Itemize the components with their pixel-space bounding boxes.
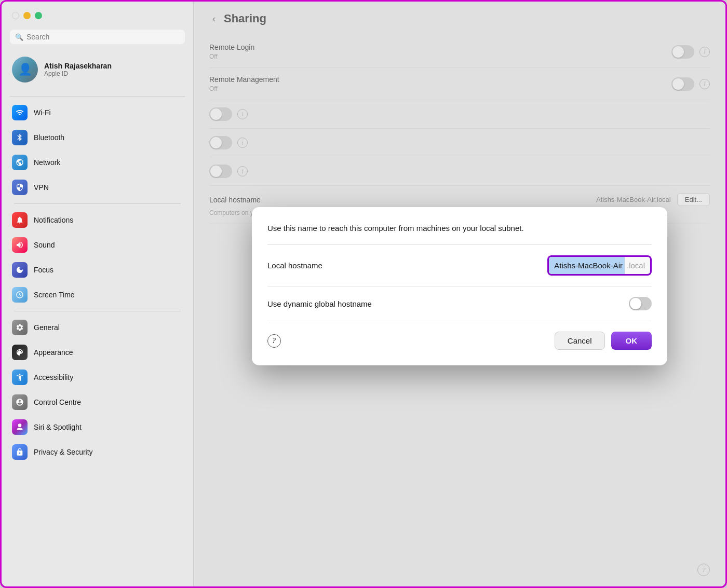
- sidebar-item-notifications[interactable]: Notifications: [6, 208, 189, 232]
- sidebar-item-label-screentime: Screen Time: [34, 291, 75, 299]
- user-info: Atish Rajasekharan Apple ID: [44, 62, 112, 77]
- minimize-button[interactable]: [23, 12, 31, 19]
- sidebar-divider-2: [14, 203, 181, 204]
- dialog-buttons: Cancel OK: [555, 332, 652, 350]
- sidebar-item-focus[interactable]: Focus: [6, 258, 189, 282]
- screentime-icon: [12, 287, 28, 303]
- sidebar-divider-3: [14, 311, 181, 311]
- sidebar-item-vpn[interactable]: VPN: [6, 175, 189, 199]
- sidebar: 🔍 👤 Atish Rajasekharan Apple ID Wi-FiBlu…: [2, 2, 194, 586]
- siri-icon: [12, 419, 28, 435]
- wifi-icon: [12, 105, 28, 120]
- sidebar-list: Wi-FiBluetoothNetworkVPNNotificationsSou…: [2, 101, 193, 586]
- sidebar-item-label-network: Network: [34, 158, 60, 167]
- sidebar-item-label-focus: Focus: [34, 266, 53, 274]
- help-circle-button[interactable]: ?: [267, 334, 281, 347]
- sidebar-item-general[interactable]: General: [6, 316, 189, 339]
- sidebar-item-label-notifications: Notifications: [34, 216, 73, 224]
- sidebar-item-bluetooth[interactable]: Bluetooth: [6, 126, 189, 149]
- divider: [10, 96, 185, 97]
- network-icon: [12, 155, 28, 170]
- close-button[interactable]: [12, 12, 19, 19]
- main-window: 🔍 👤 Atish Rajasekharan Apple ID Wi-FiBlu…: [2, 2, 725, 586]
- dialog-hostname-label: Local hostname: [267, 261, 322, 270]
- sidebar-item-screentime[interactable]: Screen Time: [6, 283, 189, 307]
- dialog-footer: ? Cancel OK: [267, 321, 652, 350]
- search-input[interactable]: [26, 33, 180, 41]
- search-icon: 🔍: [15, 33, 23, 41]
- sidebar-item-controlcentre[interactable]: Control Centre: [6, 390, 189, 414]
- sidebar-item-label-bluetooth: Bluetooth: [34, 133, 64, 142]
- hostname-suffix: .local: [625, 257, 650, 274]
- dialog: Use this name to reach this computer fro…: [252, 207, 667, 365]
- user-name: Atish Rajasekharan: [44, 62, 112, 70]
- sidebar-item-label-wifi: Wi-Fi: [34, 108, 51, 117]
- general-icon: [12, 320, 28, 335]
- sidebar-item-accessibility[interactable]: Accessibility: [6, 365, 189, 389]
- hostname-input-wrapper[interactable]: Atishs-MacBook-Air.local: [547, 255, 652, 276]
- dialog-dynamic-row: Use dynamic global hostname: [267, 286, 652, 321]
- notifications-icon: [12, 212, 28, 228]
- accessibility-icon: [12, 370, 28, 385]
- ok-button[interactable]: OK: [611, 332, 652, 350]
- traffic-lights: [2, 12, 193, 19]
- sidebar-item-label-vpn: VPN: [34, 183, 49, 192]
- bluetooth-icon: [12, 130, 28, 145]
- sidebar-item-wifi[interactable]: Wi-Fi: [6, 101, 189, 125]
- sidebar-item-sound[interactable]: Sound: [6, 233, 189, 257]
- sidebar-item-label-appearance: Appearance: [34, 348, 73, 357]
- controlcentre-icon: [12, 394, 28, 410]
- sidebar-item-label-general: General: [34, 323, 60, 332]
- user-profile[interactable]: 👤 Atish Rajasekharan Apple ID: [2, 52, 193, 87]
- cancel-button[interactable]: Cancel: [555, 332, 605, 350]
- focus-icon: [12, 262, 28, 278]
- sidebar-item-label-siri: Siri & Spotlight: [34, 423, 82, 431]
- hostname-selected-text: Atishs-MacBook-Air: [549, 257, 625, 274]
- svg-point-0: [19, 374, 21, 375]
- sidebar-item-label-controlcentre: Control Centre: [34, 398, 81, 406]
- search-bar[interactable]: 🔍: [10, 30, 185, 44]
- sidebar-item-network[interactable]: Network: [6, 151, 189, 174]
- dynamic-hostname-toggle[interactable]: [629, 297, 652, 310]
- maximize-button[interactable]: [35, 12, 42, 19]
- dialog-description: Use this name to reach this computer fro…: [267, 222, 652, 245]
- main-content: ‹ Sharing Remote Login Off i Remote Mana…: [194, 2, 725, 586]
- dialog-hostname-row: Local hostname Atishs-MacBook-Air.local: [267, 245, 652, 286]
- sidebar-item-label-privacy: Privacy & Security: [34, 448, 93, 456]
- sidebar-item-privacy[interactable]: Privacy & Security: [6, 440, 189, 464]
- user-subtitle: Apple ID: [44, 70, 112, 77]
- avatar: 👤: [12, 57, 38, 83]
- sidebar-item-label-sound: Sound: [34, 241, 55, 249]
- sidebar-item-appearance[interactable]: Appearance: [6, 340, 189, 364]
- sidebar-item-siri[interactable]: Siri & Spotlight: [6, 415, 189, 439]
- sound-icon: [12, 237, 28, 253]
- vpn-icon: [12, 180, 28, 195]
- sidebar-item-label-accessibility: Accessibility: [34, 373, 73, 381]
- dialog-dynamic-label: Use dynamic global hostname: [267, 299, 372, 308]
- appearance-icon: [12, 345, 28, 360]
- privacy-icon: [12, 444, 28, 460]
